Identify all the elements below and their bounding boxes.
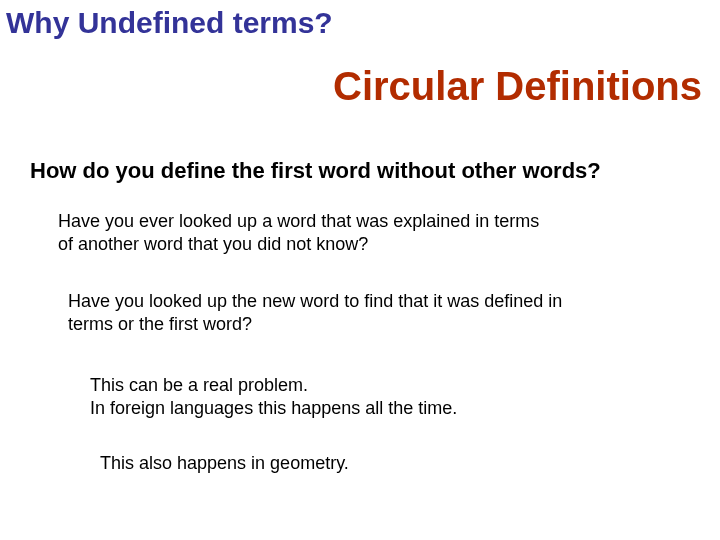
slide-heading: Why Undefined terms? [6,6,333,40]
paragraph-3-line-2: In foreign languages this happens all th… [90,398,457,418]
paragraph-1: Have you ever looked up a word that was … [58,210,558,255]
paragraph-4: This also happens in geometry. [100,452,620,475]
slide: Why Undefined terms? Circular Definition… [0,0,720,540]
slide-question: How do you define the first word without… [30,158,601,184]
paragraph-3-line-1: This can be a real problem. [90,375,308,395]
paragraph-3: This can be a real problem. In foreign l… [90,374,610,419]
slide-subtitle: Circular Definitions [333,64,702,109]
paragraph-2: Have you looked up the new word to find … [68,290,568,335]
